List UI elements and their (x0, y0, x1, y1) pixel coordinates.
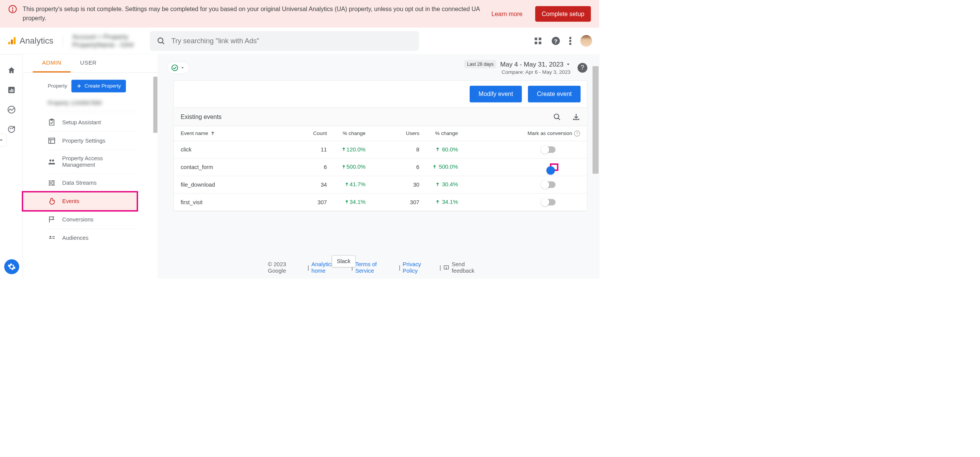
help-icon[interactable]: ? (551, 36, 560, 45)
arrow-up-icon (211, 131, 215, 136)
svg-rect-29 (49, 138, 55, 143)
table-row[interactable]: file_download3441.7%30 30.4% (174, 176, 587, 194)
divider (63, 35, 63, 47)
left-iconbar (0, 54, 23, 279)
status-chip[interactable] (167, 62, 189, 74)
conversion-toggle[interactable] (542, 181, 556, 188)
col-event-name[interactable]: Event name (181, 130, 291, 137)
col-mark-conversion: Mark as conversion ? (458, 130, 580, 137)
layout-icon (48, 137, 56, 145)
app-header: Analytics Account > Property PropertyNam… (0, 28, 599, 54)
settings-fab[interactable] (4, 259, 19, 274)
reports-icon[interactable] (7, 86, 16, 94)
download-icon[interactable] (572, 113, 580, 121)
cell-change2: 60.0% (435, 146, 458, 153)
clipboard-check-icon (48, 118, 56, 126)
nav-property-settings[interactable]: Property Settings (48, 132, 137, 150)
home-icon[interactable] (7, 66, 16, 75)
complete-setup-button[interactable]: Complete setup (535, 6, 591, 22)
cell-users: 8 (366, 146, 420, 153)
cell-change2: 500.0% (432, 164, 458, 170)
cell-event-name: first_visit (181, 199, 291, 205)
caret-down-icon (180, 65, 185, 70)
cell-users: 307 (366, 199, 420, 205)
conversion-toggle[interactable] (542, 199, 556, 205)
cell-change: 34.1% (345, 199, 366, 205)
cell-event-name: click (181, 146, 291, 153)
svg-rect-38 (49, 184, 51, 185)
search-input[interactable] (172, 37, 412, 45)
user-avatar[interactable] (580, 35, 592, 47)
setup-warning-banner: This property's setup is not complete. S… (0, 0, 599, 28)
cell-users: 30 (366, 181, 420, 188)
property-selector[interactable]: Account > Property PropertyName - GA4 (72, 33, 134, 49)
footer-privacy[interactable]: Privacy Policy (403, 261, 437, 274)
nav-audiences[interactable]: Audiences (48, 229, 137, 247)
svg-rect-36 (49, 182, 52, 184)
svg-rect-4 (11, 39, 13, 44)
cell-count: 34 (291, 181, 327, 188)
cell-users: 6 (366, 164, 420, 171)
conversion-toggle[interactable] (542, 146, 556, 153)
cell-change2: 34.1% (435, 199, 458, 205)
learn-more-link[interactable]: Learn more (492, 10, 523, 18)
col-change[interactable]: % change (327, 130, 366, 137)
table-row[interactable]: click11120.0%8 60.0% (174, 141, 587, 159)
modify-event-button[interactable]: Modify event (470, 86, 522, 102)
nav-conversions[interactable]: Conversions (48, 210, 137, 229)
kebab-menu-icon[interactable] (569, 36, 572, 45)
table-header: Event name Count % change Users % change… (174, 126, 587, 141)
nav-property-access[interactable]: Property Access Management (48, 150, 137, 174)
search-bar[interactable] (150, 31, 419, 51)
explore-icon[interactable] (7, 106, 16, 114)
back-button[interactable] (0, 133, 7, 146)
plus-icon (77, 83, 82, 88)
col-count[interactable]: Count (291, 130, 327, 137)
table-row[interactable]: first_visit30734.1%307 34.1% (174, 194, 587, 211)
content-area: Last 28 days May 4 - May 31, 2023 Compar… (157, 54, 599, 279)
svg-marker-23 (13, 127, 15, 128)
streams-icon (48, 179, 56, 187)
svg-point-48 (554, 114, 559, 119)
property-name[interactable]: Property 1234567890 (48, 96, 137, 112)
svg-rect-44 (52, 238, 55, 239)
help-button[interactable]: ? (578, 63, 588, 73)
tab-user[interactable]: USER (71, 54, 106, 72)
search-icon[interactable] (553, 113, 561, 121)
people-icon (48, 158, 56, 166)
admin-panel: ADMIN USER Property Create Property Prop… (23, 54, 157, 279)
svg-rect-20 (12, 89, 13, 92)
check-circle-icon (171, 64, 178, 71)
table-row[interactable]: contact_form6500.0%6 500.0% (174, 158, 587, 176)
panel-scrollbar[interactable] (153, 77, 157, 133)
property-label: Property (48, 83, 67, 89)
tab-admin[interactable]: ADMIN (33, 54, 71, 72)
svg-rect-5 (14, 37, 16, 44)
cell-change: 120.0% (341, 146, 366, 153)
create-event-button[interactable]: Create event (528, 86, 580, 102)
svg-rect-10 (535, 42, 537, 44)
create-property-button[interactable]: Create Property (72, 80, 126, 92)
cell-change: 41.7% (345, 181, 366, 188)
banner-text: This property's setup is not complete. S… (23, 5, 486, 23)
advertising-icon[interactable] (7, 125, 16, 133)
events-card: Modify event Create event Existing event… (173, 80, 587, 211)
nav-events[interactable]: Events (23, 192, 137, 210)
svg-point-14 (569, 37, 572, 39)
nav-setup-assistant[interactable]: Setup Assistant (48, 113, 137, 132)
svg-rect-3 (8, 42, 10, 44)
col-users[interactable]: Users (366, 130, 420, 137)
col-change2[interactable]: % change (419, 130, 458, 137)
svg-point-45 (172, 65, 178, 70)
arrow-left-icon (0, 137, 3, 143)
footer-terms[interactable]: Terms of Service (355, 261, 397, 274)
svg-marker-47 (567, 63, 569, 65)
date-range-picker[interactable]: May 4 - May 31, 2023 (500, 60, 570, 68)
nav-data-streams[interactable]: Data Streams (48, 174, 137, 192)
cell-event-name: file_download (181, 181, 291, 188)
date-compare: Compare: Apr 6 - May 3, 2023 (501, 69, 570, 75)
help-hint-icon[interactable]: ? (574, 130, 580, 137)
apps-grid-icon[interactable] (534, 36, 542, 45)
content-scrollbar[interactable] (593, 66, 599, 174)
send-feedback-link[interactable]: Send feedback (443, 261, 488, 274)
